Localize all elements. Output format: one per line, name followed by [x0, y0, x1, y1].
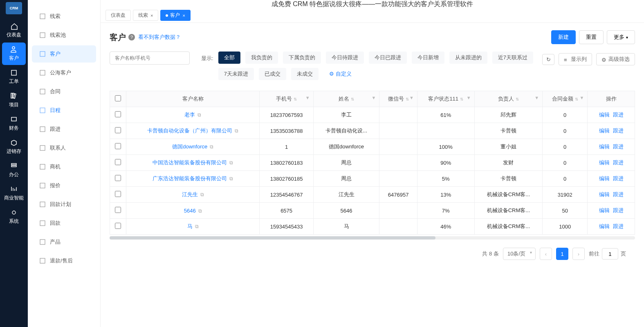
filter-chip[interactable]: 今日新增 [412, 52, 444, 64]
nav1-item-4[interactable]: 财务 [2, 112, 26, 135]
customer-link[interactable]: 老李 [184, 112, 195, 118]
horizontal-scrollbar[interactable] [110, 236, 635, 240]
filter-chip[interactable]: 已成交 [259, 68, 286, 80]
tab-0[interactable]: 仪表盘 [105, 10, 131, 21]
row-checkbox[interactable] [115, 143, 121, 149]
sort-icon[interactable]: ⇅ [516, 97, 519, 101]
edit-link[interactable]: 编辑 [599, 207, 610, 213]
reset-button[interactable]: 重置 [579, 30, 604, 44]
edit-link[interactable]: 编辑 [599, 128, 610, 134]
col-header[interactable]: 手机号⇅▼ [260, 91, 313, 107]
copy-icon[interactable]: ⧉ [210, 144, 213, 150]
filter-chip[interactable]: 今日待跟进 [326, 52, 364, 64]
row-checkbox[interactable] [115, 127, 121, 133]
search-input[interactable] [110, 52, 190, 65]
follow-link[interactable]: 跟进 [613, 191, 624, 197]
customer-link[interactable]: 马 [187, 223, 193, 229]
copy-icon[interactable]: ⧉ [195, 224, 199, 229]
filter-chip[interactable]: 我负责的 [245, 52, 278, 64]
custom-filter[interactable]: 自定义 [323, 68, 357, 80]
col-header[interactable]: 微信号⇅▼ [379, 91, 417, 107]
filter-chip[interactable]: 全部 [218, 52, 240, 64]
advanced-filter-button[interactable]: ⚙高级筛选 [596, 53, 635, 65]
page-size-select[interactable]: 10条/页 [503, 248, 536, 260]
nav2-item-11[interactable]: 回款 [32, 215, 96, 232]
nav1-item-3[interactable]: 项目 [2, 89, 26, 112]
row-checkbox[interactable] [115, 159, 121, 165]
col-header[interactable]: 操作 [588, 91, 635, 107]
select-all-checkbox[interactable] [115, 95, 121, 101]
nav2-item-2[interactable]: 客户 [32, 45, 96, 63]
nav1-item-6[interactable]: 办公 [2, 159, 26, 181]
follow-link[interactable]: 跟进 [613, 175, 624, 181]
edit-link[interactable]: 编辑 [599, 159, 610, 166]
nav1-item-7[interactable]: 商业智能 [2, 182, 26, 205]
nav1-item-0[interactable]: 仪表盘 [2, 19, 26, 42]
copy-icon[interactable]: ⧉ [197, 112, 201, 118]
filter-icon[interactable]: ▼ [467, 95, 471, 100]
follow-link[interactable]: 跟进 [613, 207, 624, 213]
col-header[interactable]: 客户状态111⇅▼ [417, 91, 474, 107]
sort-icon[interactable]: ⇅ [460, 97, 463, 101]
close-icon[interactable]: × [182, 13, 185, 18]
tab-1[interactable]: 线索× [133, 10, 158, 21]
nav1-item-8[interactable]: 系统 [2, 206, 26, 228]
col-header[interactable]: 合同金额⇅▼ [543, 91, 588, 107]
edit-link[interactable]: 编辑 [599, 175, 610, 181]
nav2-item-4[interactable]: 合同 [32, 83, 96, 100]
col-header[interactable]: 负责人⇅▼ [474, 91, 543, 107]
nav2-item-3[interactable]: 公海客户 [32, 64, 96, 81]
row-checkbox[interactable] [115, 191, 121, 197]
new-button[interactable]: 新建 [551, 30, 576, 44]
goto-input[interactable] [602, 248, 618, 260]
filter-icon[interactable]: ▼ [372, 95, 376, 100]
nav1-item-2[interactable]: 工单 [2, 66, 26, 88]
sort-icon[interactable]: ⇅ [406, 97, 409, 101]
copy-icon[interactable]: ⧉ [235, 128, 238, 134]
customer-link[interactable]: 5646 [184, 208, 196, 214]
filter-icon[interactable]: ▼ [579, 95, 584, 100]
sort-icon[interactable]: ⇅ [294, 97, 297, 101]
columns-button[interactable]: ≡显示列 [559, 53, 592, 65]
nav1-item-1[interactable]: 客户 [2, 43, 26, 65]
col-header[interactable]: 客户名称 [126, 91, 260, 107]
nav2-item-13[interactable]: 退款/售后 [32, 252, 96, 269]
col-header[interactable]: 姓名⇅▼ [313, 91, 379, 107]
row-checkbox[interactable] [115, 223, 121, 229]
nav2-item-1[interactable]: 线索池 [32, 27, 96, 44]
nav1-item-5[interactable]: 进销存 [2, 136, 26, 158]
no-data-link[interactable]: 看不到客户数据？ [138, 34, 181, 41]
nav2-item-12[interactable]: 产品 [32, 233, 96, 251]
sort-icon[interactable]: ⇅ [575, 97, 578, 101]
copy-icon[interactable]: ⧉ [200, 192, 204, 197]
copy-icon[interactable]: ⧉ [229, 160, 233, 166]
filter-chip[interactable]: 从未跟进的 [449, 52, 487, 64]
nav2-item-6[interactable]: 跟进 [32, 121, 96, 138]
more-button[interactable]: 更多▾ [607, 30, 635, 44]
filter-chip[interactable]: 今日已跟进 [369, 52, 407, 64]
customer-link[interactable]: 广东浩达智能装备股份有限公司 [153, 175, 227, 181]
copy-icon[interactable]: ⧉ [229, 176, 233, 181]
customer-link[interactable]: 德国downforce [172, 143, 207, 150]
follow-link[interactable]: 跟进 [613, 143, 624, 150]
copy-icon[interactable]: ⧉ [198, 208, 202, 214]
refresh-button[interactable]: ↻ [542, 54, 554, 65]
page-next[interactable]: › [572, 248, 585, 260]
filter-chip[interactable]: 近7天联系过 [492, 52, 533, 64]
nav2-item-7[interactable]: 联系人 [32, 139, 96, 157]
filter-chip[interactable]: 未成交 [291, 68, 319, 80]
customer-link[interactable]: 中国浩达智能装备股份有限公司 [153, 159, 227, 166]
filter-icon[interactable]: ▼ [409, 95, 414, 100]
follow-link[interactable]: 跟进 [613, 128, 624, 134]
edit-link[interactable]: 编辑 [599, 143, 610, 150]
customer-link[interactable]: 卡普顿自动化设备（广州）有限公司 [147, 128, 232, 134]
nav2-item-10[interactable]: 回款计划 [32, 196, 96, 213]
nav2-item-9[interactable]: 报价 [32, 177, 96, 194]
follow-link[interactable]: 跟进 [613, 112, 624, 118]
filter-chip[interactable]: 7天未跟进 [218, 68, 254, 80]
nav2-item-8[interactable]: 商机 [32, 158, 96, 175]
edit-link[interactable]: 编辑 [599, 112, 610, 118]
nav2-item-5[interactable]: 日程 [32, 102, 96, 119]
edit-link[interactable]: 编辑 [599, 191, 610, 197]
edit-link[interactable]: 编辑 [599, 223, 610, 229]
